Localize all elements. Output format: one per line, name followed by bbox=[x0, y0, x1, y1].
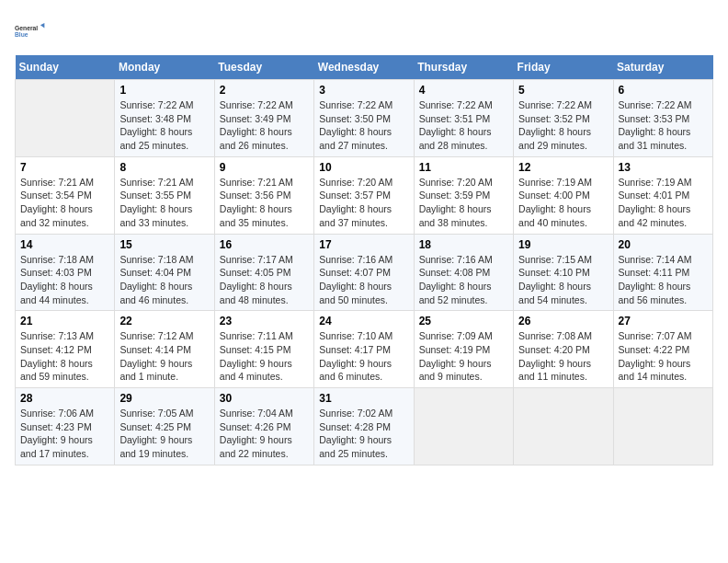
logo-icon: GeneralBlue bbox=[15, 15, 48, 48]
calendar-table: SundayMondayTuesdayWednesdayThursdayFrid… bbox=[15, 55, 713, 465]
cell-info: Sunrise: 7:17 AMSunset: 4:05 PMDaylight:… bbox=[220, 253, 309, 307]
cell-info: Sunrise: 7:15 AMSunset: 4:10 PMDaylight:… bbox=[518, 253, 608, 307]
date-number: 13 bbox=[619, 161, 708, 174]
calendar-cell: 27Sunrise: 7:07 AMSunset: 4:22 PMDayligh… bbox=[613, 311, 712, 388]
calendar-cell: 19Sunrise: 7:15 AMSunset: 4:10 PMDayligh… bbox=[514, 234, 613, 311]
calendar-cell: 26Sunrise: 7:08 AMSunset: 4:20 PMDayligh… bbox=[514, 311, 613, 388]
date-number: 3 bbox=[319, 84, 408, 97]
date-number: 26 bbox=[518, 315, 608, 327]
date-number: 17 bbox=[319, 238, 408, 251]
calendar-cell: 28Sunrise: 7:06 AMSunset: 4:23 PMDayligh… bbox=[16, 388, 115, 465]
date-number: 19 bbox=[518, 238, 608, 251]
calendar-cell: 20Sunrise: 7:14 AMSunset: 4:11 PMDayligh… bbox=[613, 234, 712, 311]
date-number: 5 bbox=[518, 84, 608, 97]
date-number: 23 bbox=[220, 315, 309, 327]
calendar-cell: 7Sunrise: 7:21 AMSunset: 3:54 PMDaylight… bbox=[16, 156, 115, 234]
day-header-sunday: Sunday bbox=[16, 55, 115, 80]
cell-info: Sunrise: 7:10 AMSunset: 4:17 PMDaylight:… bbox=[319, 329, 408, 384]
cell-info: Sunrise: 7:04 AMSunset: 4:26 PMDaylight:… bbox=[220, 407, 309, 461]
calendar-cell bbox=[613, 388, 712, 465]
cell-info: Sunrise: 7:12 AMSunset: 4:14 PMDaylight:… bbox=[119, 329, 209, 384]
day-header-saturday: Saturday bbox=[613, 55, 712, 80]
day-header-tuesday: Tuesday bbox=[214, 55, 313, 80]
cell-info: Sunrise: 7:08 AMSunset: 4:20 PMDaylight:… bbox=[518, 329, 608, 384]
calendar-cell: 15Sunrise: 7:18 AMSunset: 4:04 PMDayligh… bbox=[115, 234, 214, 311]
cell-info: Sunrise: 7:05 AMSunset: 4:25 PMDaylight:… bbox=[119, 407, 209, 461]
date-number: 25 bbox=[419, 315, 508, 327]
date-number: 2 bbox=[220, 84, 309, 97]
date-number: 8 bbox=[119, 161, 209, 174]
day-header-friday: Friday bbox=[514, 55, 613, 80]
day-header-monday: Monday bbox=[115, 55, 214, 80]
cell-info: Sunrise: 7:13 AMSunset: 4:12 PMDaylight:… bbox=[20, 329, 109, 384]
date-number: 29 bbox=[119, 392, 209, 405]
calendar-cell: 6Sunrise: 7:22 AMSunset: 3:53 PMDaylight… bbox=[613, 80, 712, 157]
calendar-cell: 12Sunrise: 7:19 AMSunset: 4:00 PMDayligh… bbox=[514, 156, 613, 234]
cell-info: Sunrise: 7:06 AMSunset: 4:23 PMDaylight:… bbox=[20, 407, 109, 461]
day-header-row: SundayMondayTuesdayWednesdayThursdayFrid… bbox=[16, 55, 713, 80]
cell-info: Sunrise: 7:16 AMSunset: 4:07 PMDaylight:… bbox=[319, 253, 408, 307]
page-header: GeneralBlue bbox=[15, 15, 713, 48]
calendar-cell: 4Sunrise: 7:22 AMSunset: 3:51 PMDaylight… bbox=[414, 80, 513, 157]
cell-info: Sunrise: 7:09 AMSunset: 4:19 PMDaylight:… bbox=[419, 329, 508, 384]
calendar-cell: 24Sunrise: 7:10 AMSunset: 4:17 PMDayligh… bbox=[314, 311, 414, 388]
cell-info: Sunrise: 7:22 AMSunset: 3:50 PMDaylight:… bbox=[319, 98, 408, 153]
calendar-cell: 16Sunrise: 7:17 AMSunset: 4:05 PMDayligh… bbox=[214, 234, 313, 311]
day-header-thursday: Thursday bbox=[414, 55, 513, 80]
svg-text:General: General bbox=[15, 25, 38, 31]
date-number: 14 bbox=[20, 238, 109, 251]
cell-info: Sunrise: 7:22 AMSunset: 3:49 PMDaylight:… bbox=[220, 98, 309, 153]
date-number: 30 bbox=[220, 392, 309, 405]
calendar-cell: 31Sunrise: 7:02 AMSunset: 4:28 PMDayligh… bbox=[314, 388, 414, 465]
date-number: 31 bbox=[319, 392, 408, 405]
date-number: 22 bbox=[119, 315, 209, 327]
cell-info: Sunrise: 7:14 AMSunset: 4:11 PMDaylight:… bbox=[619, 253, 708, 307]
calendar-cell: 29Sunrise: 7:05 AMSunset: 4:25 PMDayligh… bbox=[115, 388, 214, 465]
cell-info: Sunrise: 7:20 AMSunset: 3:57 PMDaylight:… bbox=[319, 176, 408, 230]
calendar-cell bbox=[414, 388, 513, 465]
cell-info: Sunrise: 7:11 AMSunset: 4:15 PMDaylight:… bbox=[220, 329, 309, 384]
calendar-week-5: 28Sunrise: 7:06 AMSunset: 4:23 PMDayligh… bbox=[16, 388, 713, 465]
calendar-cell: 23Sunrise: 7:11 AMSunset: 4:15 PMDayligh… bbox=[214, 311, 313, 388]
date-number: 1 bbox=[119, 84, 209, 97]
cell-info: Sunrise: 7:19 AMSunset: 4:01 PMDaylight:… bbox=[619, 176, 708, 230]
date-number: 16 bbox=[220, 238, 309, 251]
cell-info: Sunrise: 7:20 AMSunset: 3:59 PMDaylight:… bbox=[419, 176, 508, 230]
cell-info: Sunrise: 7:22 AMSunset: 3:53 PMDaylight:… bbox=[619, 98, 708, 153]
calendar-cell: 17Sunrise: 7:16 AMSunset: 4:07 PMDayligh… bbox=[314, 234, 414, 311]
date-number: 24 bbox=[319, 315, 408, 327]
date-number: 27 bbox=[619, 315, 708, 327]
cell-info: Sunrise: 7:16 AMSunset: 4:08 PMDaylight:… bbox=[419, 253, 508, 307]
calendar-cell: 21Sunrise: 7:13 AMSunset: 4:12 PMDayligh… bbox=[16, 311, 115, 388]
calendar-week-2: 7Sunrise: 7:21 AMSunset: 3:54 PMDaylight… bbox=[16, 156, 713, 234]
calendar-week-3: 14Sunrise: 7:18 AMSunset: 4:03 PMDayligh… bbox=[16, 234, 713, 311]
calendar-cell: 30Sunrise: 7:04 AMSunset: 4:26 PMDayligh… bbox=[214, 388, 313, 465]
cell-info: Sunrise: 7:22 AMSunset: 3:52 PMDaylight:… bbox=[518, 98, 608, 153]
date-number: 7 bbox=[20, 161, 109, 174]
date-number: 20 bbox=[619, 238, 708, 251]
cell-info: Sunrise: 7:02 AMSunset: 4:28 PMDaylight:… bbox=[319, 407, 408, 461]
calendar-cell: 9Sunrise: 7:21 AMSunset: 3:56 PMDaylight… bbox=[214, 156, 313, 234]
calendar-cell bbox=[16, 80, 115, 157]
calendar-week-1: 1Sunrise: 7:22 AMSunset: 3:48 PMDaylight… bbox=[16, 80, 713, 157]
date-number: 12 bbox=[518, 161, 608, 174]
calendar-cell: 2Sunrise: 7:22 AMSunset: 3:49 PMDaylight… bbox=[214, 80, 313, 157]
date-number: 15 bbox=[119, 238, 209, 251]
calendar-cell: 3Sunrise: 7:22 AMSunset: 3:50 PMDaylight… bbox=[314, 80, 414, 157]
cell-info: Sunrise: 7:22 AMSunset: 3:48 PMDaylight:… bbox=[119, 98, 209, 153]
date-number: 9 bbox=[220, 161, 309, 174]
date-number: 18 bbox=[419, 238, 508, 251]
date-number: 28 bbox=[20, 392, 109, 405]
cell-info: Sunrise: 7:21 AMSunset: 3:54 PMDaylight:… bbox=[20, 176, 109, 230]
date-number: 6 bbox=[619, 84, 708, 97]
logo: GeneralBlue bbox=[15, 15, 51, 48]
calendar-week-4: 21Sunrise: 7:13 AMSunset: 4:12 PMDayligh… bbox=[16, 311, 713, 388]
calendar-cell: 22Sunrise: 7:12 AMSunset: 4:14 PMDayligh… bbox=[115, 311, 214, 388]
date-number: 10 bbox=[319, 161, 408, 174]
calendar-cell bbox=[514, 388, 613, 465]
date-number: 4 bbox=[419, 84, 508, 97]
cell-info: Sunrise: 7:21 AMSunset: 3:56 PMDaylight:… bbox=[220, 176, 309, 230]
calendar-cell: 18Sunrise: 7:16 AMSunset: 4:08 PMDayligh… bbox=[414, 234, 513, 311]
cell-info: Sunrise: 7:18 AMSunset: 4:04 PMDaylight:… bbox=[119, 253, 209, 307]
calendar-cell: 8Sunrise: 7:21 AMSunset: 3:55 PMDaylight… bbox=[115, 156, 214, 234]
